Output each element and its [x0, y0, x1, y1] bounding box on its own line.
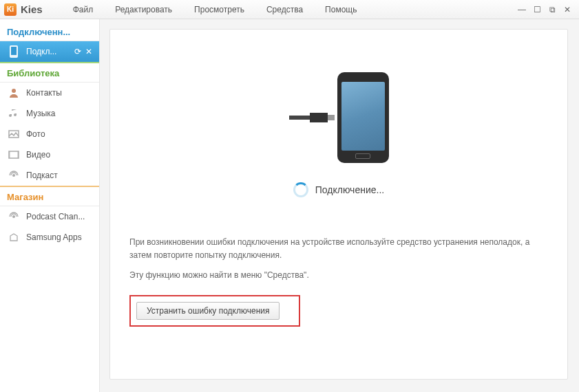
sidebar-item-label: Музыка: [26, 109, 55, 118]
main-panel: Подключение... При возникновении ошибки …: [109, 29, 568, 380]
phone-icon: [7, 45, 21, 58]
sidebar-item-label: Видео: [26, 150, 50, 160]
help-line-2: Эту функцию можно найти в меню "Средства…: [129, 269, 548, 282]
sidebar-item-music[interactable]: Музыка: [0, 103, 99, 124]
refresh-icon[interactable]: ⟳: [74, 47, 81, 56]
disconnect-icon[interactable]: ✕: [85, 47, 92, 56]
maximize-button[interactable]: ☐: [529, 3, 545, 16]
connection-illustration: [129, 72, 548, 163]
sidebar-item-samsung-apps[interactable]: Samsung Apps: [0, 227, 99, 248]
restore-button[interactable]: ⧉: [545, 3, 560, 16]
menu-tools[interactable]: Средства: [255, 2, 314, 17]
sidebar-header-library: Библиотека: [0, 62, 99, 83]
sidebar-header-connected: Подключенн...: [0, 22, 99, 41]
contacts-icon: [7, 86, 21, 100]
sidebar-item-device[interactable]: Подкл... ⟳ ✕: [0, 41, 99, 62]
sidebar-item-label: Подкаст: [26, 171, 58, 180]
status-row: Подключение...: [129, 182, 548, 197]
sidebar-item-contacts[interactable]: Контакты: [0, 83, 99, 103]
svg-point-8: [12, 215, 15, 218]
sidebar-item-video[interactable]: Видео: [0, 144, 99, 165]
svg-point-2: [12, 89, 16, 93]
menu-edit[interactable]: Редактировать: [104, 2, 183, 17]
minimize-button[interactable]: —: [514, 3, 529, 16]
sidebar-item-label: Контакты: [26, 88, 62, 98]
usb-cable-icon: [289, 113, 328, 122]
menu-view[interactable]: Просмотреть: [183, 2, 255, 17]
broadcast-icon: [7, 210, 21, 224]
svg-rect-5: [9, 151, 10, 158]
svg-point-7: [12, 174, 15, 177]
fix-connection-button[interactable]: Устранить ошибку подключения: [136, 302, 280, 320]
photo-icon: [7, 127, 21, 141]
sidebar-item-photo[interactable]: Фото: [0, 124, 99, 144]
help-line-1: При возникновении ошибки подключения на …: [129, 236, 548, 262]
podcast-icon: [7, 168, 21, 182]
sidebar-item-label: Podcast Chan...: [26, 212, 85, 221]
sidebar-item-podcast[interactable]: Подкаст: [0, 165, 99, 186]
menu-file[interactable]: Файл: [62, 2, 105, 17]
app-logo-icon: Ki: [4, 3, 17, 16]
app-title: Kies: [21, 3, 43, 15]
sidebar-header-store: Магазин: [0, 186, 99, 206]
phone-icon: [337, 72, 389, 163]
apps-icon: [7, 230, 21, 244]
music-icon: [7, 107, 21, 120]
svg-rect-1: [11, 47, 17, 55]
main-area: Подключение... При возникновении ошибки …: [100, 19, 579, 392]
video-icon: [7, 148, 21, 162]
close-button[interactable]: ✕: [560, 3, 575, 16]
sidebar-item-label: Фото: [26, 129, 45, 139]
menubar: Ki Kies Файл Редактировать Просмотреть С…: [0, 0, 579, 19]
sidebar-item-podcast-channel[interactable]: Podcast Chan...: [0, 206, 99, 227]
sidebar-device-label: Подкл...: [26, 47, 56, 56]
fix-button-highlight: Устранить ошибку подключения: [129, 295, 300, 327]
spinner-icon: [293, 182, 308, 197]
help-text: При возникновении ошибки подключения на …: [129, 236, 548, 290]
sidebar: Подключенн... Подкл... ⟳ ✕ Библиотека Ко…: [0, 19, 100, 392]
sidebar-item-label: Samsung Apps: [26, 232, 82, 242]
svg-rect-4: [9, 151, 19, 158]
svg-rect-6: [17, 151, 19, 158]
status-text: Подключение...: [315, 184, 384, 195]
menu-help[interactable]: Помощь: [314, 2, 368, 17]
